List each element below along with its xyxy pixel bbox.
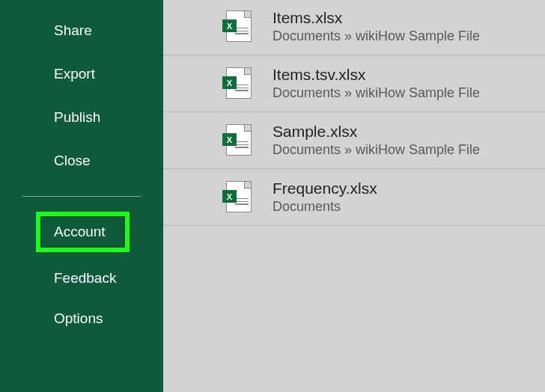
menu-item-close[interactable]: Close xyxy=(0,139,163,183)
file-name: Sample.xlsx xyxy=(272,123,480,141)
excel-file-icon: X xyxy=(223,123,252,156)
file-row[interactable]: X Items.xlsx Documents » wikiHow Sample … xyxy=(163,9,545,55)
menu-item-share[interactable]: Share xyxy=(0,9,163,52)
excel-file-icon: X xyxy=(223,180,252,212)
excel-file-icon: X xyxy=(223,9,252,42)
file-info: Items.xlsx Documents » wikiHow Sample Fi… xyxy=(272,9,480,44)
menu-item-export[interactable]: Export xyxy=(0,52,163,96)
sidebar-divider xyxy=(22,196,141,197)
file-row[interactable]: X Frequency.xlsx Documents xyxy=(163,169,545,226)
recent-files-list: X Items.xlsx Documents » wikiHow Sample … xyxy=(163,0,545,392)
excel-file-icon: X xyxy=(223,66,252,99)
menu-bottom-group: Account Feedback Options xyxy=(0,206,163,339)
file-name: Frequency.xlsx xyxy=(272,180,377,197)
menu-item-options[interactable]: Options xyxy=(0,298,163,339)
file-path: Documents » wikiHow Sample File xyxy=(272,142,480,158)
file-row[interactable]: X Items.tsv.xlsx Documents » wikiHow Sam… xyxy=(163,55,545,112)
file-name: Items.tsv.xlsx xyxy=(272,66,480,84)
file-path: Documents xyxy=(272,199,377,215)
backstage-sidebar: Share Export Publish Close Account Feedb… xyxy=(0,0,163,392)
menu-item-account[interactable]: Account xyxy=(40,216,125,248)
file-info: Sample.xlsx Documents » wikiHow Sample F… xyxy=(272,123,480,158)
file-path: Documents » wikiHow Sample File xyxy=(272,85,480,101)
highlight-annotation: Account xyxy=(36,212,130,252)
menu-top-group: Share Export Publish Close xyxy=(0,0,163,183)
menu-item-publish[interactable]: Publish xyxy=(0,96,163,139)
menu-item-feedback[interactable]: Feedback xyxy=(0,258,163,298)
file-info: Items.tsv.xlsx Documents » wikiHow Sampl… xyxy=(272,66,480,101)
file-path: Documents » wikiHow Sample File xyxy=(272,28,480,44)
file-row[interactable]: X Sample.xlsx Documents » wikiHow Sample… xyxy=(163,112,545,169)
file-name: Items.xlsx xyxy=(272,9,480,27)
file-info: Frequency.xlsx Documents xyxy=(272,180,377,215)
